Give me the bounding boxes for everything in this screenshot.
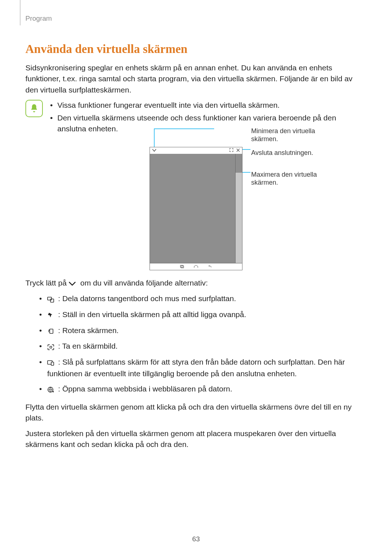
svg-rect-2 <box>48 297 52 300</box>
dual-control-icon <box>47 357 57 368</box>
home-icon[interactable] <box>194 265 198 268</box>
option-item: : Dela datorns tangentbord och mus med s… <box>39 293 367 305</box>
share-input-icon <box>47 294 57 305</box>
tap-suffix: om du vill använda följande alternativ: <box>80 279 208 287</box>
option-item: : Ställ in den virtuella skärmen på att … <box>39 309 367 321</box>
bell-icon <box>25 100 43 117</box>
page-title: Använda den virtuella skärmen <box>25 42 367 56</box>
svg-rect-5 <box>50 346 52 348</box>
callout-minimize: Minimera den virtuella skärmen. <box>251 127 335 143</box>
svg-rect-4 <box>50 329 53 333</box>
screenshot-icon <box>47 341 57 352</box>
expand-icon[interactable] <box>229 148 233 153</box>
svg-rect-3 <box>50 299 54 302</box>
chevron-down-icon <box>69 278 78 289</box>
virtual-screen-mock <box>150 147 242 270</box>
globe-icon <box>47 384 57 395</box>
pin-icon <box>47 309 57 320</box>
option-text: : Öppna samma webbsida i webbläsaren på … <box>58 385 232 393</box>
tap-instruction: Tryck lätt på om du vill använda följand… <box>25 278 367 289</box>
option-item: : Slå på surfplattans skärm för att styr… <box>39 357 367 379</box>
page-number: 63 <box>0 535 392 543</box>
option-item: : Rotera skärmen. <box>39 325 367 337</box>
move-paragraph: Flytta den virtuella skärmen genom att k… <box>25 402 367 424</box>
scrollbar[interactable] <box>235 154 242 263</box>
chevron-down-icon[interactable] <box>152 148 156 153</box>
figure-wrap: Minimera den virtuella skärmen. Avsluta … <box>25 147 367 270</box>
option-text: : Dela datorns tangentbord och mus med s… <box>58 294 236 303</box>
rotate-icon <box>47 325 57 336</box>
virtual-titlebar <box>150 147 242 154</box>
virtual-screen-content <box>150 154 236 263</box>
svg-rect-7 <box>51 362 54 365</box>
svg-rect-1 <box>181 266 184 268</box>
close-icon[interactable] <box>236 148 240 153</box>
option-text: : Slå på surfplattans skärm för att styr… <box>47 358 345 378</box>
option-text: : Rotera skärmen. <box>58 326 119 335</box>
section-label: Program <box>25 15 367 22</box>
option-text: : Ställ in den virtuella skärmen på att … <box>58 310 246 319</box>
option-list: : Dela datorns tangentbord och mus med s… <box>25 293 367 395</box>
recent-apps-icon[interactable] <box>180 265 184 268</box>
header-rule <box>20 0 20 25</box>
option-item: : Öppna samma webbsida i webbläsaren på … <box>39 383 367 395</box>
intro-paragraph: Sidsynkronisering speglar en enhets skär… <box>25 62 367 95</box>
note-item: Vissa funktioner fungerar eventuellt int… <box>49 100 367 111</box>
virtual-navbar <box>150 263 242 270</box>
callout-maximize: Maximera den virtuella skärmen. <box>251 171 335 187</box>
svg-rect-0 <box>180 265 183 267</box>
tap-prefix: Tryck lätt på <box>25 279 67 287</box>
callout-close: Avsluta anslutningen. <box>251 149 335 157</box>
resize-paragraph: Justera storleken på den virtuella skärm… <box>25 428 367 450</box>
option-item: : Ta en skärmbild. <box>39 341 367 352</box>
option-text: : Ta en skärmbild. <box>58 342 118 350</box>
back-icon[interactable] <box>208 265 212 268</box>
